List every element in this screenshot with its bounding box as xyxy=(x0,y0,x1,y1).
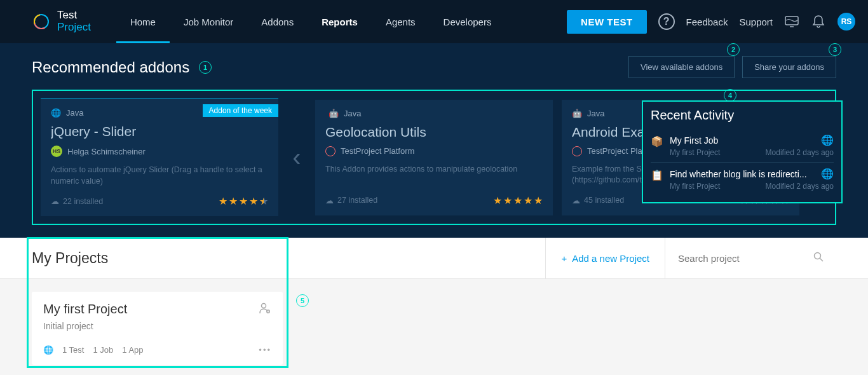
addon-card[interactable]: Addon of the week 🌐 Java jQuery - Slider… xyxy=(41,99,278,216)
add-member-icon[interactable] xyxy=(259,302,271,317)
carousel-prev[interactable]: ‹ xyxy=(287,143,306,172)
header-right: NEW TEST ? Feedback Support RS xyxy=(567,10,855,34)
search-icon[interactable] xyxy=(813,252,824,264)
card-lang: Java xyxy=(587,109,604,118)
globe-icon: 🌐 xyxy=(821,168,834,180)
share-addons-button[interactable]: Share your addons xyxy=(742,56,836,78)
help-icon[interactable]: ? xyxy=(658,13,675,30)
svg-point-7 xyxy=(262,304,266,308)
activity-item[interactable]: 📋 Find whether blog link is redirecti...… xyxy=(651,163,834,196)
project-title: My first Project xyxy=(43,302,127,317)
projects-bar: My Projects + Add a new Project xyxy=(0,238,868,279)
annotation-1: 1 xyxy=(199,61,212,74)
top-header: Test Project Home Job Monitor Addons Rep… xyxy=(0,0,868,43)
annotation-3: 3 xyxy=(829,43,841,56)
globe-icon: 🌐 xyxy=(43,345,53,355)
activity-item[interactable]: 📦 My First Job 🌐 My first Project Modifi… xyxy=(651,129,834,163)
card-lang: Java xyxy=(66,108,83,118)
activity-project: My first Project xyxy=(670,148,720,157)
project-jobs: 1 Job xyxy=(93,345,113,355)
recent-activity-panel: 4 Recent Activity 📦 My First Job 🌐 My fi… xyxy=(642,100,843,203)
globe-icon: 🌐 xyxy=(51,108,61,118)
nav-reports[interactable]: Reports xyxy=(308,0,372,43)
recommended-section: Recommended addons 1 2 View available ad… xyxy=(0,43,868,238)
logo-icon xyxy=(32,12,51,31)
logo-text: Test Project xyxy=(57,10,91,33)
main-nav: Home Job Monitor Addons Reports Agents D… xyxy=(116,0,506,43)
tp-logo-icon xyxy=(572,146,582,156)
activity-title: Find whether blog link is redirecti... xyxy=(670,169,807,179)
star-rating: ★★★★★ xyxy=(219,195,268,207)
view-addons-button[interactable]: View available addons xyxy=(628,56,735,78)
globe-icon: 🌐 xyxy=(821,134,834,146)
card-lang: Java xyxy=(344,109,361,118)
card-description: This Addon provides actions to manipulat… xyxy=(325,164,543,187)
nav-developers[interactable]: Developers xyxy=(430,0,506,43)
project-more-icon[interactable]: ••• xyxy=(259,345,271,355)
download-icon: ☁ xyxy=(572,196,580,205)
search-project-input[interactable] xyxy=(678,253,806,264)
card-author: TestProject Platform xyxy=(341,146,414,156)
my-projects-title: My Projects xyxy=(32,250,108,267)
nav-job-monitor[interactable]: Job Monitor xyxy=(170,0,247,43)
card-title: Geolocation Utils xyxy=(325,125,543,140)
installed-count: 45 installed xyxy=(584,196,624,205)
card-description: Actions to automate jQuery Slider (Drag … xyxy=(51,165,268,188)
star-rating: ★★★★★ xyxy=(493,194,543,207)
recommended-title: Recommended addons xyxy=(32,58,189,76)
android-icon: 🤖 xyxy=(329,109,339,118)
project-card[interactable]: My first Project Initial project 🌐 1 Tes… xyxy=(32,292,283,365)
annotation-5: 5 xyxy=(296,294,309,307)
bell-icon[interactable] xyxy=(811,14,826,29)
project-subtitle: Initial project xyxy=(43,321,271,331)
activity-time: Modified 2 days ago xyxy=(766,148,834,157)
recent-activity-title: Recent Activity xyxy=(651,108,834,123)
user-avatar[interactable]: RS xyxy=(837,13,855,31)
projects-grid: 5 My first Project Initial project 🌐 1 T… xyxy=(0,279,868,375)
activity-time: Modified 2 days ago xyxy=(766,182,834,191)
clipboard-icon: 📋 xyxy=(651,168,663,191)
card-author: Helga Schimscheiner xyxy=(67,147,146,156)
tp-logo-icon xyxy=(325,146,336,156)
project-apps: 1 App xyxy=(122,345,143,355)
logo[interactable]: Test Project xyxy=(32,10,91,33)
nav-agents[interactable]: Agents xyxy=(372,0,430,43)
installed-count: 27 installed xyxy=(337,196,377,205)
svg-line-6 xyxy=(820,259,824,262)
support-link[interactable]: Support xyxy=(739,17,773,27)
android-icon: 🤖 xyxy=(572,109,582,118)
nav-addons[interactable]: Addons xyxy=(247,0,308,43)
add-project-label: Add a new Project xyxy=(572,253,649,264)
screen-icon[interactable] xyxy=(784,14,799,29)
annotation-4: 4 xyxy=(724,89,736,102)
download-icon: ☁ xyxy=(325,196,334,205)
badge-addon-of-week: Addon of the week xyxy=(203,104,278,117)
activity-title: My First Job xyxy=(670,135,718,146)
project-tests: 1 Test xyxy=(62,345,84,355)
search-project-box xyxy=(665,238,836,278)
download-icon: ☁ xyxy=(51,196,59,206)
nav-home[interactable]: Home xyxy=(116,0,170,43)
card-title: jQuery - Slider xyxy=(51,124,268,139)
feedback-link[interactable]: Feedback xyxy=(686,17,728,27)
add-project-button[interactable]: + Add a new Project xyxy=(545,238,665,278)
job-icon: 📦 xyxy=(651,134,663,157)
activity-project: My first Project xyxy=(670,182,720,191)
author-avatar: HS xyxy=(51,146,62,157)
installed-count: 22 installed xyxy=(63,197,103,206)
plus-icon: + xyxy=(561,253,567,264)
svg-point-5 xyxy=(815,253,821,259)
addon-card[interactable]: 🤖 Java Geolocation Utils TestProject Pla… xyxy=(315,100,553,215)
annotation-2: 2 xyxy=(727,43,740,56)
new-test-button[interactable]: NEW TEST xyxy=(567,10,647,34)
